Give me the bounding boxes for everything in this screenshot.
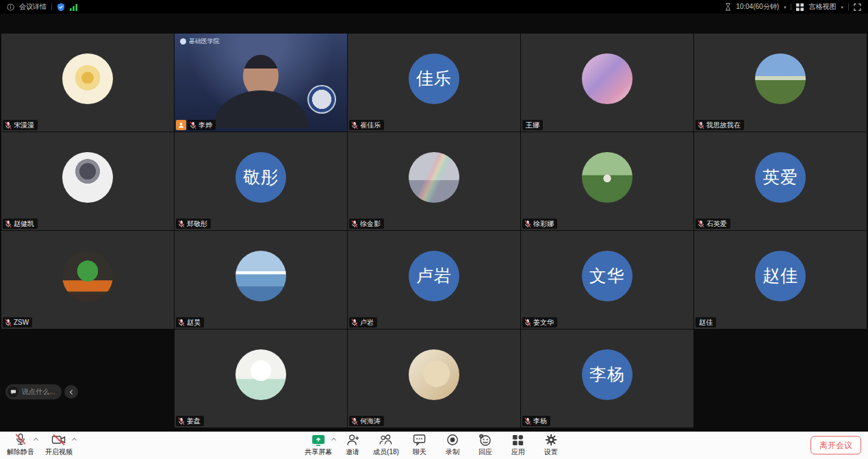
avatar-photo — [582, 53, 633, 104]
participant-tile[interactable]: 英爱石英爱 — [694, 132, 867, 230]
video-feed: 基础医学院 — [175, 34, 347, 132]
members-icon — [379, 434, 393, 446]
share-options-chevron-icon[interactable] — [331, 438, 336, 443]
avatar-photo — [62, 53, 113, 104]
security-shield-icon[interactable] — [57, 3, 65, 12]
participant-tile[interactable]: 王娜 — [521, 34, 693, 132]
grid-view-icon[interactable] — [796, 3, 804, 11]
start-video-button[interactable]: 开启视频 — [42, 434, 75, 457]
participant-name: 石英爱 — [706, 219, 727, 228]
invite-person-icon — [346, 434, 359, 446]
fullscreen-icon[interactable] — [854, 3, 861, 11]
mic-muted-icon — [178, 319, 185, 327]
leave-meeting-button[interactable]: 离开会议 — [810, 436, 861, 455]
avatar-initials: 佳乐 — [409, 53, 459, 104]
network-signal-icon[interactable] — [70, 3, 78, 11]
hourglass-icon — [725, 3, 731, 11]
participant-tile[interactable]: 我思故我在 — [694, 34, 867, 132]
mic-options-chevron-icon[interactable] — [34, 438, 38, 443]
unmute-label: 解除静音 — [7, 447, 34, 457]
avatar-photo — [235, 251, 286, 301]
chat-collapse-button[interactable] — [64, 385, 78, 399]
mic-muted-icon — [178, 417, 185, 425]
participant-tile[interactable]: 何海涛 — [348, 330, 520, 427]
reactions-label: 回应 — [478, 447, 492, 457]
name-pill: 李杨 — [522, 416, 550, 426]
name-pill: ZSW — [3, 317, 32, 327]
participant-tile[interactable]: 徐金影 — [348, 132, 520, 230]
participant-tile[interactable]: 敬彤郑敬彤 — [175, 132, 347, 230]
view-mode-button[interactable]: 宫格视图 — [808, 2, 836, 12]
participant-name: 何海涛 — [360, 417, 381, 425]
start-video-label: 开启视频 — [45, 447, 73, 457]
mic-muted-icon — [190, 121, 196, 129]
person-silhouette — [213, 55, 309, 128]
participant-tile[interactable]: 佳乐崔佳乐 — [348, 34, 520, 132]
participant-label: 李杨 — [522, 416, 550, 426]
participant-tile[interactable]: ZSW — [1, 231, 174, 329]
info-icon[interactable] — [7, 3, 14, 11]
slide-logo — [307, 85, 336, 114]
avatar-initials: 文华 — [582, 251, 633, 301]
video-grid: 宋漫漫基础医学院李烨佳乐崔佳乐王娜我思故我在赵健凯敬彤郑敬彤徐金影徐彩娜英爱石英… — [1, 34, 867, 427]
participant-name: 姜文华 — [533, 318, 554, 327]
name-pill: 何海涛 — [349, 416, 384, 426]
mic-muted-icon — [698, 121, 704, 129]
participant-label: 姜盘 — [176, 416, 204, 426]
participant-tile[interactable]: 卢岩卢岩 — [348, 231, 520, 329]
meeting-duration[interactable]: 10:04(60分钟) — [736, 2, 779, 12]
duration-caret-icon[interactable]: ▾ — [784, 5, 787, 10]
avatar-initials: 李杨 — [582, 349, 633, 400]
view-mode-caret-icon[interactable]: ▾ — [841, 5, 843, 10]
participant-label: 我思故我在 — [695, 120, 744, 130]
participant-tile[interactable]: 赵昊 — [175, 231, 347, 329]
mic-muted-icon — [5, 319, 12, 327]
participant-name: 崔佳乐 — [360, 121, 381, 129]
unmute-button[interactable]: 解除静音 — [4, 434, 37, 457]
record-button[interactable]: 录制 — [437, 434, 468, 457]
record-label: 录制 — [446, 447, 459, 457]
participant-name: 赵昊 — [187, 318, 201, 327]
participant-label: 卢岩 — [349, 317, 377, 327]
chat-label: 聊天 — [413, 447, 426, 457]
name-pill: 卢岩 — [349, 317, 377, 327]
participant-name: 卢岩 — [360, 318, 374, 327]
reactions-button[interactable]: 回应 — [470, 434, 500, 457]
mic-muted-icon — [351, 220, 358, 228]
name-pill: 宋漫漫 — [3, 120, 38, 130]
name-pill: 赵佳 — [695, 317, 716, 327]
name-pill: 崔佳乐 — [349, 120, 384, 130]
participant-name: 李杨 — [533, 417, 547, 425]
participant-label: 宋漫漫 — [3, 120, 38, 130]
participant-tile[interactable]: 赵佳赵佳 — [694, 231, 867, 329]
meeting-details-button[interactable]: 会议详情 — [19, 2, 47, 12]
share-screen-button[interactable]: 共享屏幕 — [302, 434, 335, 457]
video-options-chevron-icon[interactable] — [72, 438, 77, 443]
avatar-photo — [755, 53, 806, 104]
name-pill: 郑敬彤 — [176, 219, 211, 229]
participant-tile[interactable]: 姜盘 — [175, 330, 347, 427]
participant-tile[interactable]: 基础医学院李烨 — [175, 34, 347, 132]
participant-label: 徐彩娜 — [522, 219, 557, 229]
participant-name: 赵健凯 — [14, 219, 34, 228]
chat-input[interactable]: 说点什么... — [5, 384, 62, 399]
mic-muted-icon — [5, 121, 12, 129]
participant-tile[interactable]: 宋漫漫 — [1, 34, 174, 132]
name-pill: 李烨 — [188, 120, 216, 130]
participant-tile[interactable]: 徐彩娜 — [521, 132, 693, 230]
participant-name: 赵佳 — [699, 318, 713, 327]
members-button[interactable]: 成员(18) — [370, 434, 402, 457]
participant-name: 我思故我在 — [706, 121, 741, 129]
camera-off-icon — [51, 434, 66, 446]
avatar-photo — [62, 152, 113, 203]
invite-label: 邀请 — [346, 447, 359, 457]
avatar-initials: 英爱 — [755, 152, 806, 203]
settings-button[interactable]: 设置 — [536, 434, 566, 457]
invite-button[interactable]: 邀请 — [337, 434, 368, 457]
participant-tile[interactable]: 文华姜文华 — [521, 231, 693, 329]
apps-button[interactable]: 应用 — [503, 434, 533, 457]
participant-tile[interactable]: 李杨李杨 — [521, 330, 693, 427]
members-label: 成员(18) — [373, 447, 399, 457]
chat-button[interactable]: 聊天 — [405, 434, 435, 457]
participant-tile[interactable]: 赵健凯 — [1, 132, 174, 230]
